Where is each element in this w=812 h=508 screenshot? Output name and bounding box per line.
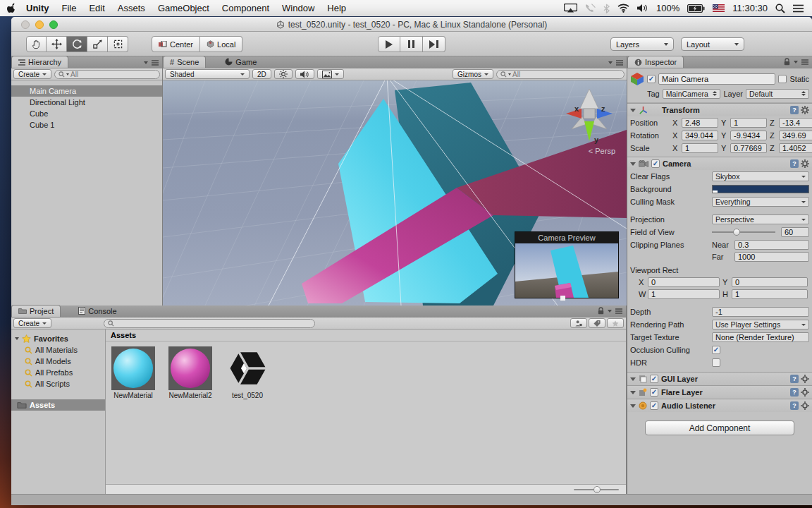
gear-icon[interactable] [801,388,809,397]
spotlight-search-icon[interactable] [775,4,785,13]
clear-flags-dropdown[interactable]: Skybox [712,171,809,181]
target-texture-field[interactable]: None (Render Texture) [712,332,809,342]
fov-value-field[interactable]: 60 [781,227,809,237]
lighting-toggle-button[interactable] [274,69,293,79]
help-icon[interactable]: ? [790,106,799,114]
panel-menu-icon[interactable] [616,60,623,66]
lock-icon[interactable] [784,58,790,66]
step-button[interactable] [423,36,445,52]
audio-listener-header[interactable]: ✓ Audio Listener ? [627,399,812,412]
audio-listener-checkbox[interactable]: ✓ [650,401,658,410]
panel-caret-icon[interactable] [608,61,613,64]
viewport-w-field[interactable]: 1 [648,289,720,299]
favorite-all-materials[interactable]: All Materials [11,344,105,356]
scene-viewport[interactable]: x z y < Persp Camera Preview [163,80,627,306]
favorite-all-models[interactable]: All Models [11,356,105,367]
search-by-type-button[interactable] [570,318,587,328]
position-z-field[interactable]: -13.4 [779,118,812,128]
clock[interactable]: 11:30:30 [732,3,768,13]
viewport-y-field[interactable]: 0 [732,277,808,287]
scale-x-field[interactable]: 1 [682,143,718,153]
layout-dropdown[interactable]: Layout [681,37,744,51]
help-icon[interactable]: ? [790,375,799,383]
menu-assets[interactable]: Assets [111,0,152,16]
projection-dropdown[interactable]: Perspective [712,214,809,224]
foldout-icon[interactable] [630,377,636,381]
play-button[interactable] [378,36,400,52]
scale-y-field[interactable]: 0.77669 [730,143,767,153]
2d-toggle-button[interactable]: 2D [252,69,271,79]
panel-caret-icon[interactable] [608,310,612,313]
fov-slider[interactable] [712,227,778,237]
flare-layer-header[interactable]: ✓ Flare Layer ? [627,385,812,399]
window-titlebar[interactable]: test_0520.unity - test_0520 - PC, Mac & … [11,17,812,32]
tab-scene[interactable]: # Scene [163,56,206,68]
preview-resize-handle[interactable] [560,296,565,301]
menu-window[interactable]: Window [276,0,321,16]
project-search-input[interactable] [104,319,315,328]
gui-layer-header[interactable]: ✓ GUI Layer ? [627,372,812,385]
assets-folder-item[interactable]: Assets [11,399,105,411]
slider-thumb[interactable] [593,486,601,493]
volume-icon[interactable] [637,4,648,13]
camera-component-header[interactable]: ✓ Camera ? [627,157,812,170]
project-create-button[interactable]: Create [13,318,51,328]
search-by-label-button[interactable] [589,318,605,328]
rect-tool-button[interactable] [108,36,128,52]
hierarchy-item-directional-light[interactable]: Directional Light [11,97,162,108]
tab-game[interactable]: Game [219,56,263,68]
menu-help[interactable]: Help [321,0,352,16]
rotation-z-field[interactable]: 349.69 [779,131,812,140]
asset-newmaterial[interactable]: NewMaterial [109,346,158,484]
panel-menu-icon[interactable] [152,60,159,66]
apple-icon[interactable] [7,3,17,14]
gizmos-dropdown[interactable]: Gizmos [453,69,493,79]
phone-icon[interactable] [585,4,596,13]
help-icon[interactable]: ? [790,159,799,168]
depth-field[interactable]: -1 [712,307,809,317]
layers-dropdown[interactable]: Layers [610,37,674,51]
panel-caret-icon[interactable] [794,61,798,64]
move-tool-button[interactable] [47,36,67,52]
viewport-h-field[interactable]: 1 [732,289,808,299]
flare-layer-checkbox[interactable]: ✓ [650,388,658,397]
gear-icon[interactable] [801,106,809,114]
layer-dropdown[interactable]: Default [746,89,809,99]
favorite-all-prefabs[interactable]: All Prefabs [11,367,105,378]
rotation-x-field[interactable]: 349.044 [682,131,718,140]
gameobject-name-field[interactable]: Main Camera [658,73,775,85]
camera-enabled-checkbox[interactable]: ✓ [651,159,660,168]
static-checkbox[interactable] [778,75,787,83]
favorite-all-scripts[interactable]: All Scripts [11,378,105,389]
gear-icon[interactable] [801,375,809,383]
transform-component-header[interactable]: Transform ? [627,103,812,116]
tab-project[interactable]: Project [11,305,61,317]
foldout-icon[interactable] [630,391,636,394]
effects-dropdown-button[interactable] [317,69,344,79]
menu-gameobject[interactable]: GameObject [152,0,216,16]
tab-hierarchy[interactable]: Hierarchy [11,56,68,68]
wifi-icon[interactable] [617,4,629,13]
gui-layer-checkbox[interactable]: ✓ [650,375,658,383]
culling-mask-dropdown[interactable]: Everything [712,197,809,207]
gear-icon[interactable] [801,159,809,168]
pause-button[interactable] [400,36,423,52]
foldout-icon[interactable] [630,109,636,112]
gear-icon[interactable] [801,401,809,410]
viewport-x-field[interactable]: 0 [648,277,720,287]
tab-inspector[interactable]: Inspector [627,56,684,68]
thumbnail-size-slider[interactable] [574,489,619,490]
scale-z-field[interactable]: 1.4052 [779,143,812,153]
position-y-field[interactable]: 1 [730,118,767,128]
favorites-root[interactable]: Favorites [11,333,105,344]
fov-slider-thumb[interactable] [733,229,740,236]
airplay-icon[interactable] [564,4,577,13]
panel-menu-icon[interactable] [615,308,622,314]
asset-newmaterial2[interactable]: NewMaterial2 [166,346,215,484]
foldout-icon[interactable] [630,404,636,408]
occlusion-culling-checkbox[interactable]: ✓ [712,346,720,354]
background-color-swatch[interactable] [712,185,809,193]
add-component-button[interactable]: Add Component [645,421,794,435]
audio-toggle-button[interactable] [295,69,314,79]
bluetooth-icon[interactable] [603,4,610,13]
